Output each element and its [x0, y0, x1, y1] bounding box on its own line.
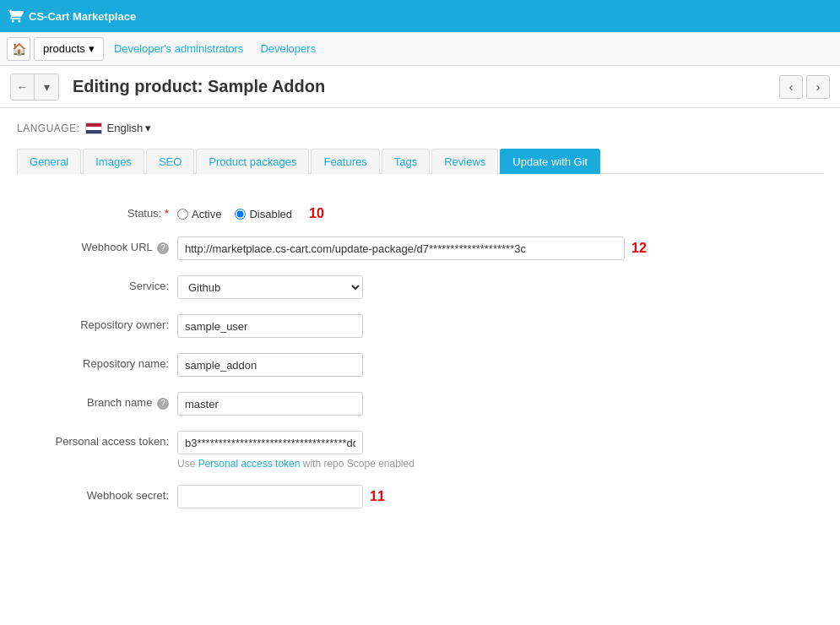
branch-name-row: Branch name ? — [17, 392, 823, 416]
status-active-radio[interactable] — [177, 209, 188, 220]
tab-tags[interactable]: Tags — [382, 149, 430, 174]
status-label: Status: * — [17, 203, 169, 220]
prev-record-button[interactable]: ‹ — [779, 75, 803, 99]
top-bar: CS-Cart Marketplace — [0, 0, 840, 32]
pat-label: Personal access token: — [17, 431, 169, 448]
service-row: Service: Github Bitbucket GitLab — [17, 275, 823, 299]
service-select[interactable]: Github Bitbucket GitLab — [177, 275, 363, 299]
tab-update-with-git[interactable]: Update with Git — [500, 149, 600, 174]
content-area: LANGUAGE: English ▾ General Images SEO P… — [0, 108, 840, 625]
tab-seo[interactable]: SEO — [146, 149, 194, 174]
next-record-button[interactable]: › — [806, 75, 830, 99]
tab-features[interactable]: Features — [311, 149, 379, 174]
page-title: Editing product: Sample Addon — [73, 77, 325, 96]
service-label: Service: — [17, 275, 169, 292]
repo-name-row: Repository name: — [17, 353, 823, 377]
home-button[interactable]: 🏠 — [7, 37, 30, 61]
webhook-url-help-icon[interactable]: ? — [157, 242, 169, 254]
webhook-url-row: Webhook URL ? 12 — [17, 236, 823, 260]
webhook-secret-field-group: 11 — [177, 485, 385, 508]
back-dropdown-button[interactable]: ▾ — [35, 74, 58, 100]
webhook-url-input[interactable] — [177, 236, 625, 260]
language-selector[interactable]: English ▾ — [107, 122, 152, 134]
webhook-secret-label: Webhook secret: — [17, 485, 169, 502]
products-dropdown-arrow: ▾ — [89, 42, 95, 55]
back-button[interactable]: ← — [11, 74, 35, 100]
pat-row: Personal access token: Use Personal acce… — [17, 431, 823, 470]
cart-icon — [8, 8, 24, 24]
repo-name-label: Repository name: — [17, 353, 169, 370]
tab-product-packages[interactable]: Product packages — [196, 149, 309, 174]
pat-field-col: Use Personal access token with repo Scop… — [177, 431, 415, 470]
language-label: LANGUAGE: — [17, 122, 80, 134]
tabs-bar: General Images SEO Product packages Feat… — [17, 148, 823, 174]
status-disabled-label: Disabled — [249, 208, 292, 220]
products-dropdown[interactable]: products ▾ — [34, 37, 104, 61]
webhook-url-field-group: 12 — [177, 236, 647, 260]
language-bar: LANGUAGE: English ▾ — [17, 122, 823, 134]
status-row: Status: * Active Disabled 10 — [17, 203, 823, 221]
developers-link[interactable]: Developers — [253, 39, 322, 58]
tab-general[interactable]: General — [17, 149, 81, 174]
dev-admins-link[interactable]: Developer's administrators — [107, 39, 251, 58]
status-active-label: Active — [192, 208, 221, 220]
nav-bar: 🏠 products ▾ Developer's administrators … — [0, 32, 840, 66]
language-name: English — [107, 122, 144, 134]
status-required: * — [165, 207, 169, 220]
webhook-url-label: Webhook URL ? — [17, 236, 169, 254]
webhook-secret-row: Webhook secret: 11 — [17, 485, 823, 508]
pat-help-text: Use Personal access token with repo Scop… — [177, 458, 415, 470]
status-badge: 10 — [309, 206, 324, 221]
branch-name-label: Branch name ? — [17, 392, 169, 410]
git-update-form: Status: * Active Disabled 10 Webhook URL… — [17, 194, 823, 532]
pat-help-link[interactable]: Personal access token — [198, 458, 301, 470]
status-active-option[interactable]: Active — [177, 208, 221, 220]
language-flag — [85, 122, 102, 134]
branch-name-help-icon[interactable]: ? — [157, 398, 169, 410]
app-title: CS-Cart Marketplace — [29, 10, 136, 23]
toolbar: ← ▾ Editing product: Sample Addon ‹ › — [0, 66, 840, 108]
tab-reviews[interactable]: Reviews — [431, 149, 498, 174]
language-arrow: ▾ — [145, 122, 151, 134]
branch-name-input[interactable] — [177, 392, 363, 416]
back-nav-group: ← ▾ — [10, 73, 59, 101]
tab-images[interactable]: Images — [83, 149, 144, 174]
webhook-secret-badge: 11 — [370, 489, 385, 504]
toolbar-right: ‹ › — [779, 75, 830, 99]
repo-owner-row: Repository owner: — [17, 314, 823, 338]
status-group: Active Disabled 10 — [177, 203, 324, 221]
status-disabled-option[interactable]: Disabled — [235, 208, 292, 220]
repo-owner-label: Repository owner: — [17, 314, 169, 331]
pat-help-prefix: Use — [177, 458, 198, 470]
repo-name-input[interactable] — [177, 353, 363, 377]
repo-owner-input[interactable] — [177, 314, 363, 338]
webhook-url-badge: 12 — [631, 241, 647, 256]
pat-input[interactable] — [177, 431, 363, 454]
app-logo: CS-Cart Marketplace — [8, 8, 136, 24]
status-disabled-radio[interactable] — [235, 209, 246, 220]
products-label: products — [43, 42, 85, 55]
webhook-secret-input[interactable] — [177, 485, 363, 508]
pat-help-suffix: with repo Scope enabled — [300, 458, 414, 470]
